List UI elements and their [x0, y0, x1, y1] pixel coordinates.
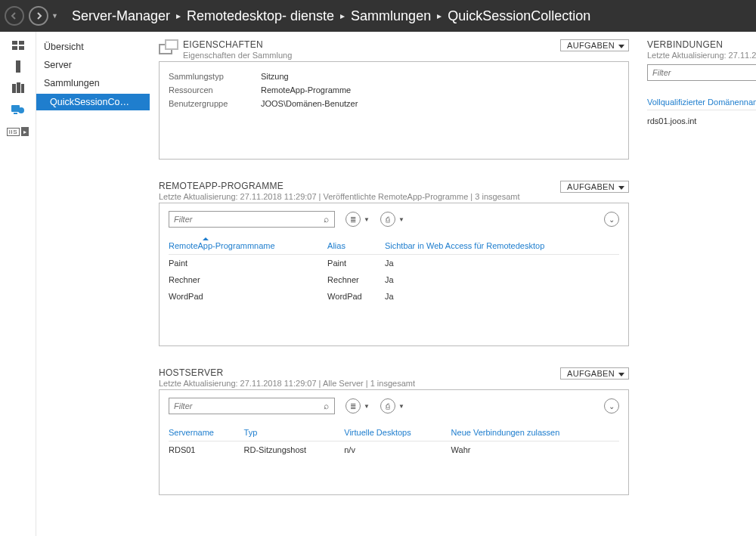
toolbar: ⌕ ≣▼ ⎙▼ ⌄ — [169, 211, 619, 228]
chevron-down-icon[interactable]: ▼ — [398, 403, 404, 410]
tasks-dropdown[interactable]: AUFGABEN — [560, 367, 629, 380]
remote-desktop-icon[interactable] — [11, 103, 26, 115]
views-button[interactable]: ≣ — [345, 212, 361, 227]
expand-button[interactable]: ⌄ — [604, 212, 619, 227]
table-row[interactable]: RDS01RD-Sitzungshostn/vWahr — [169, 442, 619, 459]
svg-rect-5 — [12, 84, 16, 93]
nav-item-server[interactable]: Server — [36, 56, 150, 74]
panel-title: EIGENSCHAFTEN — [183, 39, 560, 50]
col-servername[interactable]: Servername — [169, 425, 244, 442]
property-value: Sitzung — [261, 72, 289, 81]
filter-input[interactable] — [169, 401, 318, 411]
expand-button[interactable]: ⌄ — [604, 398, 619, 414]
filter-field[interactable]: ⌕ — [169, 398, 335, 414]
table-row[interactable]: WordPadWordPadJa — [169, 288, 619, 305]
cell: Ja — [385, 288, 619, 305]
collection-icon — [159, 39, 183, 59]
panel-title: HOSTSERVER — [159, 367, 560, 378]
cell: WordPad — [327, 288, 385, 305]
chevron-right-icon: ▸ — [176, 11, 181, 21]
cell: Wahr — [451, 442, 619, 459]
svg-point-9 — [18, 107, 24, 113]
server-icon[interactable] — [11, 60, 26, 73]
nav-item-uebersicht[interactable]: Übersicht — [36, 38, 150, 56]
views-button[interactable]: ≣ — [345, 398, 361, 414]
search-icon[interactable]: ⌕ — [318, 401, 334, 411]
breadcrumb: Server-Manager ▸ Remotedesktop- dienste … — [72, 8, 590, 24]
filter-field[interactable]: ⌕ — [169, 211, 335, 228]
svg-rect-1 — [19, 41, 24, 45]
nav-forward-button[interactable] — [29, 6, 48, 26]
servers-icon[interactable] — [11, 82, 26, 94]
chevron-down-icon[interactable]: ▼ — [364, 403, 370, 410]
iconbar: IIS ▸ — [0, 32, 36, 536]
main-content: EIGENSCHAFTEN Eigenschaften der Sammlung… — [150, 32, 641, 536]
nav-item-sammlungen[interactable]: Sammlungen — [36, 74, 150, 92]
cell: RDS01 — [169, 442, 244, 459]
hostserver-table: Servername Typ Virtuelle Desktops Neue V… — [169, 425, 619, 458]
chevron-down-icon[interactable]: ▼ — [364, 216, 370, 223]
col-alias[interactable]: Alias — [327, 238, 385, 255]
breadcrumb-item[interactable]: Server-Manager — [72, 8, 170, 24]
nav-back-button[interactable] — [5, 6, 24, 26]
table-row[interactable]: PaintPaintJa — [169, 255, 619, 272]
tasks-dropdown[interactable]: AUFGABEN — [560, 181, 629, 193]
svg-rect-2 — [12, 46, 17, 50]
nav-item-quicksessioncollection[interactable]: QuickSessionCo… — [36, 94, 150, 110]
tasks-dropdown[interactable]: AUFGABEN — [560, 39, 629, 51]
cell: RD-Sitzungshost — [244, 442, 345, 459]
col-programmname[interactable]: RemoteApp-Programmname — [169, 238, 327, 255]
svg-rect-14 — [166, 41, 177, 48]
property-key: Benutzergruppe — [169, 99, 261, 108]
iis-label: IIS — [7, 128, 20, 136]
cell: Rechner — [169, 271, 327, 288]
svg-rect-4 — [16, 60, 20, 73]
cell: Ja — [385, 271, 619, 288]
connection-row[interactable]: rds01.joos.int — [647, 110, 756, 132]
svg-rect-3 — [19, 46, 24, 50]
breadcrumb-item[interactable]: Remotedesktop- dienste — [187, 8, 334, 24]
remoteapp-table: RemoteApp-Programmname Alias Sichtbar in… — [169, 238, 619, 305]
panel-subtitle: Letzte Aktualisierung: 27.11.2018 11:29:… — [159, 379, 560, 388]
svg-rect-10 — [14, 113, 17, 114]
chevron-down-icon[interactable]: ▼ — [398, 216, 404, 223]
filter-input[interactable] — [648, 68, 756, 77]
col-domainname[interactable]: Vollqualifizierter Domänennam — [647, 93, 756, 110]
table-row[interactable]: RechnerRechnerJa — [169, 271, 619, 288]
svg-rect-7 — [21, 84, 24, 93]
dashboard-icon[interactable] — [11, 39, 26, 51]
breadcrumb-item[interactable]: QuickSessionCollection — [448, 8, 590, 24]
search-icon[interactable]: ⌕ — [318, 214, 334, 225]
col-virtuelle-desktops[interactable]: Virtuelle Desktops — [344, 425, 451, 442]
panel-subtitle: Letzte Aktualisierung: 27.11.2018 — [647, 51, 756, 60]
property-row: SammlungstypSitzung — [169, 70, 619, 83]
panel-subtitle: Eigenschaften der Sammlung — [183, 51, 560, 60]
col-typ[interactable]: Typ — [244, 425, 345, 442]
save-button[interactable]: ⎙ — [380, 212, 395, 227]
property-value: RemoteApp-Programme — [261, 85, 351, 94]
col-neue-verbindungen[interactable]: Neue Verbindungen zulassen — [451, 425, 619, 442]
col-sichtbar[interactable]: Sichtbar in Web Access für Remotedesktop — [385, 238, 619, 255]
property-value: JOOS\Domänen-Benutzer — [261, 99, 358, 108]
panel-title: REMOTEAPP-PROGRAMME — [159, 181, 560, 191]
expand-arrow-icon[interactable]: ▸ — [21, 127, 29, 136]
panel-eigenschaften: EIGENSCHAFTEN Eigenschaften der Sammlung… — [159, 39, 629, 160]
filter-input[interactable] — [169, 215, 318, 224]
property-key: Sammlungstyp — [169, 72, 261, 81]
panel-verbindungen: VERBINDUNGEN Letzte Aktualisierung: 27.1… — [641, 32, 756, 536]
cell: WordPad — [169, 288, 327, 305]
nav-pane: Übersicht Server Sammlungen QuickSession… — [36, 32, 150, 536]
nav-history-dropdown[interactable]: ▼ — [51, 12, 58, 20]
iis-nav-item[interactable]: IIS ▸ — [7, 127, 29, 136]
panel-subtitle: Letzte Aktualisierung: 27.11.2018 11:29:… — [159, 192, 560, 201]
filter-field[interactable] — [647, 64, 756, 81]
titlebar: ▼ Server-Manager ▸ Remotedesktop- dienst… — [0, 0, 756, 32]
breadcrumb-item[interactable]: Sammlungen — [351, 8, 431, 24]
property-row: BenutzergruppeJOOS\Domänen-Benutzer — [169, 97, 619, 110]
save-button[interactable]: ⎙ — [380, 398, 395, 414]
property-key: Ressourcen — [169, 85, 261, 94]
cell: Ja — [385, 255, 619, 272]
panel-body: ⌕ ≣▼ ⎙▼ ⌄ Servername Typ Virtuelle Deskt… — [159, 389, 629, 495]
cell: Rechner — [327, 271, 385, 288]
cell: Paint — [169, 255, 327, 272]
